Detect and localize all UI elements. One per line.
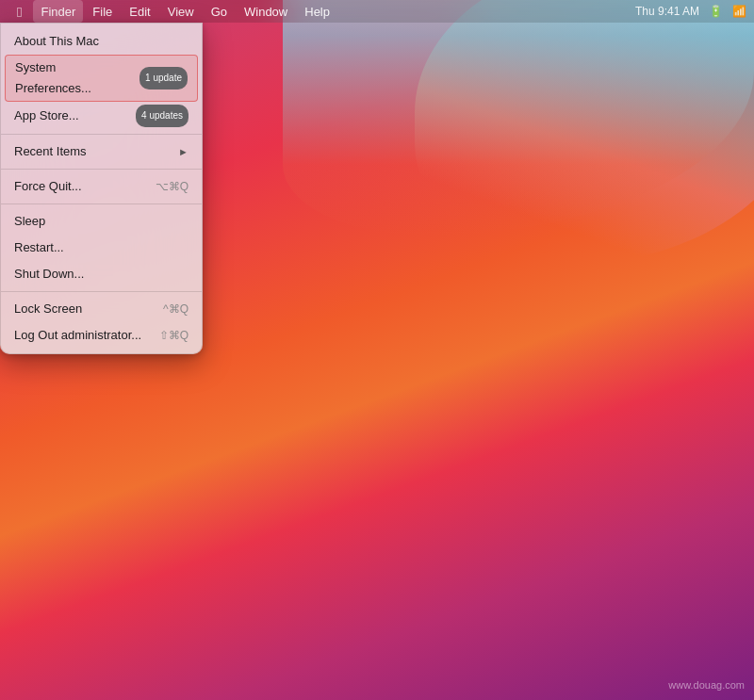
menu-item-logout[interactable]: Log Out administrator... ⇧⌘Q — [1, 322, 202, 349]
menu-item-app-store-label: App Store... — [14, 106, 128, 126]
menu-item-force-quit-label: Force Quit... — [14, 176, 146, 197]
menu-item-force-quit-shortcut: ⌥⌘Q — [156, 176, 188, 197]
menubar-clock: Thu 9:41 AM — [635, 5, 699, 18]
menu-item-lock-screen[interactable]: Lock Screen ^⌘Q — [1, 296, 202, 322]
menu-item-lock-screen-shortcut: ^⌘Q — [163, 299, 188, 319]
menu-item-recent-items[interactable]: Recent Items ► — [1, 138, 202, 165]
menubar-help[interactable]: Help — [297, 0, 337, 23]
apple-menu-trigger[interactable]:  — [8, 0, 31, 23]
menu-item-about[interactable]: About This Mac — [1, 28, 202, 55]
separator-3 — [1, 203, 202, 204]
menu-item-logout-label: Log Out administrator... — [14, 325, 150, 346]
menu-item-restart[interactable]: Restart... — [1, 235, 202, 261]
menubar-edit[interactable]: Edit — [122, 0, 157, 23]
watermark: www.douag.com — [668, 679, 745, 691]
menubar-wifi: 📶 — [732, 5, 746, 18]
menu-item-restart-label: Restart... — [14, 237, 188, 258]
menu-item-app-store[interactable]: App Store... 4 updates — [1, 102, 202, 130]
menubar-go[interactable]: Go — [204, 0, 235, 23]
menu-item-about-label: About This Mac — [14, 31, 188, 52]
separator-4 — [1, 291, 202, 292]
apple-menu-dropdown: About This Mac System Preferences... 1 u… — [0, 23, 203, 354]
chevron-right-icon: ► — [178, 141, 188, 162]
menu-item-force-quit[interactable]: Force Quit... ⌥⌘Q — [1, 173, 202, 200]
menubar-battery: 🔋 — [709, 5, 723, 18]
menubar:  Finder File Edit View Go Window Help T… — [0, 0, 754, 23]
separator-1 — [1, 134, 202, 135]
menubar-view[interactable]: View — [160, 0, 202, 23]
menu-item-sleep-label: Sleep — [14, 211, 188, 232]
menu-item-logout-shortcut: ⇧⌘Q — [159, 325, 188, 346]
menu-item-shutdown-label: Shut Down... — [14, 264, 188, 285]
menubar-file[interactable]: File — [85, 0, 120, 23]
menu-item-system-prefs-label: System Preferences... — [15, 57, 132, 99]
menu-item-app-store-badge: 4 updates — [136, 105, 188, 127]
menubar-window[interactable]: Window — [237, 0, 295, 23]
menu-item-lock-screen-label: Lock Screen — [14, 299, 154, 319]
menubar-right: Thu 9:41 AM 🔋 📶 — [635, 5, 746, 18]
menu-item-recent-items-label: Recent Items — [14, 141, 178, 162]
separator-2 — [1, 169, 202, 170]
menu-item-system-prefs-badge: 1 update — [139, 67, 188, 90]
menubar-finder[interactable]: Finder — [33, 0, 83, 23]
menu-item-shutdown[interactable]: Shut Down... — [1, 261, 202, 287]
menu-item-sleep[interactable]: Sleep — [1, 208, 202, 235]
menu-item-system-prefs[interactable]: System Preferences... 1 update — [5, 55, 198, 102]
